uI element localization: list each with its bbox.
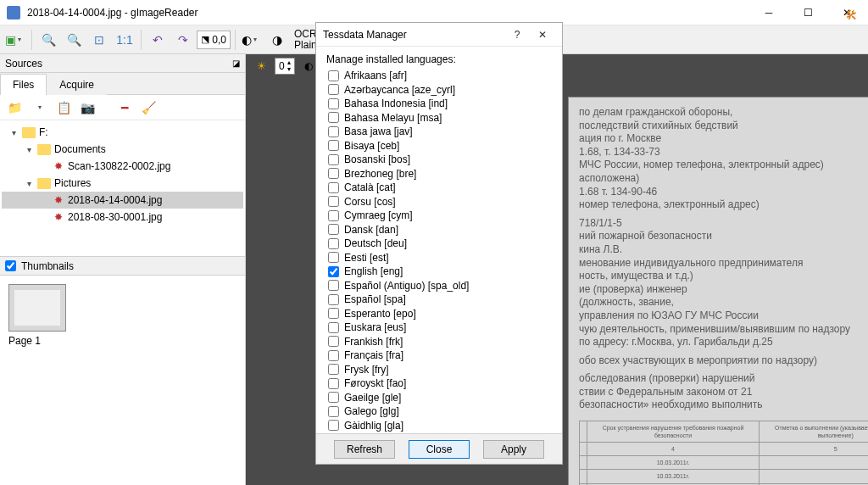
language-row[interactable]: Dansk [dan] (328, 223, 559, 237)
language-checkbox[interactable] (328, 392, 339, 403)
language-checkbox[interactable] (328, 112, 339, 123)
refresh-button[interactable]: Refresh (334, 440, 395, 459)
language-checkbox[interactable] (328, 420, 339, 431)
maximize-button[interactable]: ☐ (788, 0, 827, 25)
paste-button[interactable]: 📋 (54, 98, 73, 117)
tree-label: Scan-130822-0002.jpg (68, 160, 170, 172)
dialog-close-button[interactable]: ✕ (530, 29, 555, 41)
language-checkbox[interactable] (328, 294, 339, 305)
language-row[interactable]: Esperanto [epo] (328, 307, 559, 321)
language-row[interactable]: Frankish [frk] (328, 335, 559, 349)
language-checkbox[interactable] (328, 266, 339, 277)
language-row[interactable]: Brezhoneg [bre] (328, 167, 559, 181)
language-checkbox[interactable] (328, 98, 339, 109)
language-checkbox[interactable] (328, 406, 339, 417)
language-row[interactable]: Føroyskt [fao] (328, 376, 559, 391)
tree-folder[interactable]: ▾F: (2, 124, 243, 141)
language-row[interactable]: Basa jawa [jav] (328, 125, 559, 139)
settings-button[interactable]: 🛠 (839, 3, 863, 27)
language-checkbox[interactable] (328, 280, 339, 291)
add-folder-menu[interactable]: ▾ (31, 98, 49, 117)
language-row[interactable]: Català [cat] (328, 181, 559, 195)
language-row[interactable]: English [eng] (328, 265, 559, 279)
brightness-spinbox[interactable]: 0 ▴▾ (275, 58, 295, 75)
sources-subtoolbar: 📁 ▾ 📋 📷 ━ 🧹 (0, 95, 245, 120)
language-checkbox[interactable] (328, 350, 339, 361)
language-checkbox[interactable] (328, 252, 339, 263)
language-row[interactable]: Galego [glg] (328, 404, 559, 419)
rotate-right-button[interactable]: ↷ (171, 28, 195, 52)
file-tree[interactable]: ▾F:▾Documents✸Scan-130822-0002.jpg▾Pictu… (0, 120, 245, 256)
brightness-icon: ☀ (251, 56, 271, 76)
language-list[interactable]: Afrikaans [afr]Azərbaycanca [aze_cyrl]Ba… (316, 69, 562, 433)
panel-detach-button[interactable]: ◪ (232, 59, 240, 68)
language-row[interactable]: Bahasa Indonesia [ind] (328, 97, 559, 111)
language-row[interactable]: Bisaya [ceb] (328, 139, 559, 153)
dialog-buttons: Refresh Close Apply (316, 433, 562, 464)
open-image-button[interactable]: ▣▾ (3, 28, 27, 52)
page-layout-button[interactable]: ◐▾ (240, 28, 264, 52)
tree-toggle[interactable]: ▾ (8, 128, 19, 137)
language-checkbox[interactable] (328, 308, 339, 319)
language-label: Føroyskt [fao] (344, 377, 406, 389)
language-checkbox[interactable] (328, 182, 339, 193)
language-checkbox[interactable] (328, 168, 339, 179)
language-checkbox[interactable] (328, 126, 339, 137)
screenshot-button[interactable]: 📷 (78, 98, 97, 117)
minimize-button[interactable]: ─ (749, 0, 788, 25)
language-row[interactable]: Corsu [cos] (328, 195, 559, 209)
language-row[interactable]: Bahasa Melayu [msa] (328, 111, 559, 125)
language-checkbox[interactable] (328, 224, 339, 235)
zoom-out-button[interactable]: 🔍 (62, 28, 86, 52)
language-checkbox[interactable] (328, 140, 339, 151)
contrast-button[interactable]: ◑ (265, 28, 289, 52)
language-row[interactable]: Eesti [est] (328, 251, 559, 265)
language-checkbox[interactable] (328, 154, 339, 165)
zoom-fit-button[interactable]: ⊡ (87, 28, 111, 52)
language-checkbox[interactable] (328, 378, 339, 389)
language-row[interactable]: Français [fra] (328, 348, 559, 363)
language-row[interactable]: Euskara [eus] (328, 321, 559, 335)
language-row[interactable]: Frysk [fry] (328, 363, 559, 377)
remove-button[interactable]: ━ (115, 98, 134, 117)
rotation-spinbox[interactable]: ⬔ 0,0 (197, 31, 231, 49)
add-folder-button[interactable]: 📁 (5, 98, 24, 117)
file-icon: ✸ (53, 194, 64, 206)
zoom-original-button[interactable]: 1:1 (113, 28, 136, 52)
dialog-help-button[interactable]: ? (504, 29, 530, 41)
tree-file[interactable]: ✸2018-08-30-0001.jpg (2, 209, 243, 226)
language-checkbox[interactable] (328, 364, 339, 375)
language-row[interactable]: Gaeilge [gle] (328, 391, 559, 405)
language-row[interactable]: Español [spa] (328, 293, 559, 307)
language-row[interactable]: Cymraeg [cym] (328, 209, 559, 223)
tree-toggle[interactable]: ▾ (24, 179, 34, 188)
thumbnails-checkbox[interactable] (5, 260, 16, 271)
zoom-in-button[interactable]: 🔍 (36, 28, 60, 52)
language-checkbox[interactable] (328, 336, 339, 347)
language-checkbox[interactable] (328, 322, 339, 333)
language-checkbox[interactable] (328, 210, 339, 221)
tree-folder[interactable]: ▾Documents (2, 141, 243, 158)
language-row[interactable]: Bosanski [bos] (328, 153, 559, 167)
apply-button[interactable]: Apply (483, 440, 544, 459)
rotate-left-button[interactable]: ↶ (146, 28, 170, 52)
tree-file[interactable]: ✸Scan-130822-0002.jpg (2, 158, 243, 175)
language-row[interactable]: Afrikaans [afr] (328, 69, 559, 83)
tab-acquire[interactable]: Acquire (47, 74, 107, 95)
language-row[interactable]: Azərbaycanca [aze_cyrl] (328, 83, 559, 98)
language-checkbox[interactable] (328, 238, 339, 249)
thumbnail-item[interactable]: Page 1 (8, 284, 68, 347)
language-checkbox[interactable] (328, 84, 339, 95)
tree-folder[interactable]: ▾Pictures (2, 175, 243, 192)
language-label: Gàidhlig [gla] (344, 420, 403, 432)
language-row[interactable]: Deutsch [deu] (328, 237, 559, 251)
tree-toggle[interactable]: ▾ (24, 145, 34, 154)
language-checkbox[interactable] (328, 70, 339, 81)
clear-button[interactable]: 🧹 (139, 98, 158, 117)
close-dialog-button[interactable]: Close (409, 440, 470, 459)
language-checkbox[interactable] (328, 196, 339, 207)
tab-files[interactable]: Files (0, 74, 47, 95)
language-row[interactable]: Español (Antiguo) [spa_old] (328, 279, 559, 293)
tree-file[interactable]: ✸2018-04-14-0004.jpg (2, 192, 243, 209)
language-row[interactable]: Gàidhlig [gla] (328, 419, 559, 433)
